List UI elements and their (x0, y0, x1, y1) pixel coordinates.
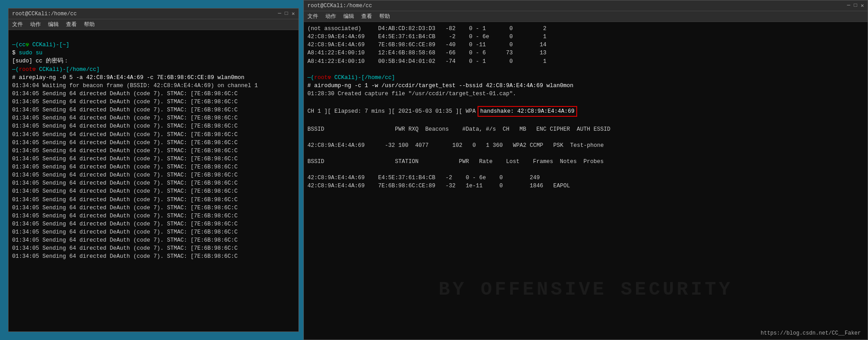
terminal-line: 01:34:05 Sending 64 directed DeAuth (cod… (12, 187, 295, 195)
terminal-line: 01:34:05 Sending 64 directed DeAuth (cod… (12, 228, 295, 236)
r-root-word: root (314, 75, 328, 81)
maximize-button[interactable]: □ (285, 10, 288, 17)
top-table-row: 42:C8:9A:E4:4A:69 7E:6B:98:6C:CE:89 -40 … (307, 41, 864, 49)
left-menu-bar: 文件 动作 编辑 查看 帮助 (9, 19, 298, 30)
aireplay-cmd: # aireplay-ng -0 5 -a 42:C8:9A:E4:4A:69 … (12, 75, 245, 81)
ch-line-text: CH 1 ][ Elapsed: 7 mins ][ 2021-05-03 01… (307, 107, 476, 115)
terminal-line: 01:34:05 Sending 64 directed DeAuth (cod… (12, 212, 295, 220)
right-terminal-body: (not associated) D4:AB:CD:82:D3:D3 -82 0… (304, 22, 868, 340)
right-maximize-button[interactable]: □ (854, 2, 857, 9)
right-title-bar: root@CCKali:/home/cc ─ □ ✕ (304, 0, 868, 11)
root-host: CCKali (36, 66, 60, 73)
handshake-badge: handshake: 42:C8:9A:E4:4A:69 (478, 106, 577, 117)
waiting-beacon: 01:34:04 Waiting for beacon frame (BSSID… (12, 83, 258, 89)
airodump-cmd-text: # airodump-ng -c 1 -w /usr/ccdir/target_… (307, 83, 574, 89)
top-table-row: 42:C8:9A:E4:4A:69 E4:5E:37:61:B4:CB -2 0… (307, 33, 864, 41)
menu-file[interactable]: 文件 (12, 21, 23, 28)
ap-enc: WPA2 (513, 142, 526, 149)
left-terminal-body: ─(cc☢ CCKali)-[~] $ sudo su [sudo] cc 的密… (9, 30, 298, 331)
right-menu-action[interactable]: 动作 (325, 13, 336, 20)
r-root-path: /home/cc (365, 75, 392, 81)
terminal-line: 01:34:05 Sending 64 directed DeAuth (cod… (12, 114, 295, 122)
terminal-line: 01:34:05 Sending 64 directed DeAuth (cod… (12, 106, 295, 114)
terminal-line: 01:34:05 Sending 64 directed DeAuth (cod… (12, 155, 295, 163)
root-bracket-close2: ] (96, 66, 100, 73)
terminal-line: $ sudo su (12, 49, 295, 57)
terminal-line: # aireplay-ng -0 5 -a 42:C8:9A:E4:4A:69 … (12, 74, 295, 82)
ap-slash-s: 0 (473, 142, 476, 149)
terminal-line: [sudo] cc 的密码： (12, 57, 295, 65)
terminal-line: 01:34:05 Sending 64 directed DeAuth (cod… (12, 220, 295, 228)
right-menu-file[interactable]: 文件 (307, 13, 318, 20)
right-window-controls[interactable]: ─ □ ✕ (847, 2, 864, 9)
sta2-rate: 1e-11 (466, 183, 483, 189)
prompt-bracket-close: ] (66, 42, 70, 48)
prompt-user-cc: cc (19, 42, 26, 48)
terminal-spacer2 (307, 98, 864, 106)
cmd-sudo: sudo su (19, 50, 43, 56)
prompt-host-cc: CCKali (29, 42, 53, 48)
terminal-line: 01:34:05 Sending 64 directed DeAuth (cod… (12, 179, 295, 187)
sta1-station: E4:5E:37:61:B4:CB (378, 175, 436, 181)
ap-pwr: -32 (385, 142, 395, 149)
menu-view[interactable]: 查看 (66, 21, 77, 28)
terminal-line (12, 33, 295, 41)
right-terminal: root@CCKali:/home/cc ─ □ ✕ 文件 动作 编辑 查看 帮… (303, 0, 868, 340)
ap-bssid: 42:C8:9A:E4:4A:69 (307, 142, 365, 149)
menu-edit[interactable]: 编辑 (48, 21, 59, 28)
minimize-button[interactable]: ─ (278, 10, 281, 17)
menu-help[interactable]: 帮助 (84, 21, 95, 28)
terminal-line: 01:34:04 Waiting for beacon frame (BSSID… (12, 82, 295, 90)
ch-status-line: CH 1 ][ Elapsed: 7 mins ][ 2021-05-03 01… (307, 106, 864, 117)
terminal-spacer (307, 66, 864, 74)
ap-ch: 1 (486, 142, 490, 149)
main-table-header: BSSID PWR RXQ Beacons #Data, #/s CH MB E… (307, 125, 864, 133)
r-root-host: CCKali (331, 75, 355, 81)
menu-action[interactable]: 动作 (30, 21, 41, 28)
terminal-line: 01:34:05 Sending 64 directed DeAuth (cod… (12, 90, 295, 98)
root-path: /home/cc (70, 66, 96, 73)
airodump-cmd-line: # airodump-ng -c 1 -w /usr/ccdir/target_… (307, 82, 864, 90)
right-menu-bar: 文件 动作 编辑 查看 帮助 (304, 11, 868, 22)
ap-beacons: 4077 (415, 142, 429, 149)
right-minimize-button[interactable]: ─ (847, 2, 850, 9)
terminal-line: 01:34:05 Sending 64 directed DeAuth (cod… (12, 131, 295, 139)
station-row-1: 42:C8:9A:E4:4A:69 E4:5E:37:61:B4:CB -2 0… (307, 174, 864, 182)
created-file-text: 01:28:30 Created capture file "/usr/ccdi… (307, 91, 516, 97)
sta2-lost: 0 (500, 183, 503, 189)
terminal-line: 01:34:05 Sending 64 directed DeAuth (cod… (12, 244, 295, 252)
right-close-button[interactable]: ✕ (861, 2, 864, 9)
sta2-station: 7E:6B:98:6C:CE:89 (378, 183, 436, 189)
root-skull: ☢ (32, 66, 36, 73)
sta1-pwr: -2 (446, 175, 452, 181)
ap-cipher: CCMP (530, 142, 543, 149)
right-menu-edit[interactable]: 编辑 (343, 13, 354, 20)
right-menu-help[interactable]: 帮助 (379, 13, 390, 20)
sta2-pwr: -32 (446, 183, 456, 189)
r-prompt-bracket: ─( (307, 75, 314, 81)
sta1-rate: 0 - 6e (466, 175, 486, 181)
left-window-controls[interactable]: ─ □ ✕ (278, 10, 295, 17)
root-prompt-bracket: ─( (12, 66, 19, 73)
terminal-line: 01:34:05 Sending 64 directed DeAuth (cod… (12, 204, 295, 212)
r-bracket-close: ] (392, 75, 395, 81)
sta1-lost: 0 (500, 175, 503, 181)
terminal-spacer5 (307, 150, 864, 158)
r-root-skull: ☢ (328, 75, 331, 81)
left-terminal: root@CCKali:/home/cc ─ □ ✕ 文件 动作 编辑 查看 帮… (8, 8, 299, 332)
sta1-frames: 249 (530, 175, 540, 181)
root-word: root (19, 66, 32, 73)
ap-mb: 360 (493, 142, 503, 149)
terminal-line: 01:34:05 Sending 64 directed DeAuth (cod… (12, 171, 295, 179)
left-title-text: root@CCKali:/home/cc (12, 11, 77, 17)
top-table-row: A8:41:22:E4:00:10 00:5B:94:D4:01:02 -74 … (307, 57, 864, 66)
terminal-line: 01:34:05 Sending 64 directed DeAuth (cod… (12, 236, 295, 244)
terminal-line: 01:34:05 Sending 64 directed DeAuth (cod… (12, 163, 295, 171)
terminal-spacer4 (307, 133, 864, 141)
top-table-row: (not associated) D4:AB:CD:82:D3:D3 -82 0… (307, 25, 864, 33)
left-title-bar: root@CCKali:/home/cc ─ □ ✕ (9, 9, 298, 19)
close-button[interactable]: ✕ (292, 10, 295, 17)
root-path-bracket: )-[ (59, 66, 70, 73)
ap-table-row: 42:C8:9A:E4:4A:69 -32 100 4077 102 0 1 3… (307, 141, 864, 150)
right-menu-view[interactable]: 查看 (361, 13, 372, 20)
